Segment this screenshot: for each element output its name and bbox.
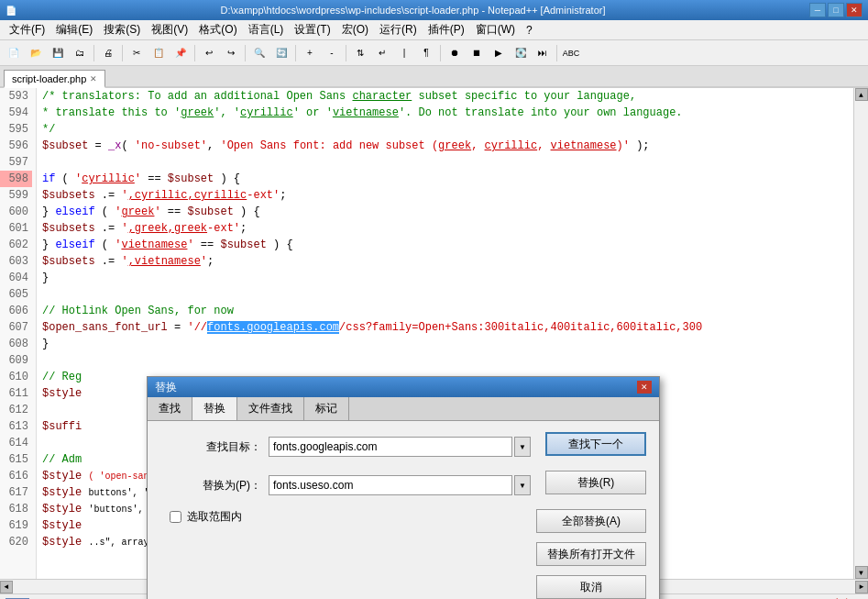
menu-view[interactable]: 视图(V) (146, 20, 193, 39)
title-bar: 📄 D:\xampp\htdocs\wordpress\wp-includes\… (0, 0, 868, 20)
menu-format[interactable]: 格式(O) (193, 20, 242, 39)
stop-macro-button[interactable]: ⏹ (467, 43, 487, 63)
line-num-619: 619 (0, 517, 32, 534)
replace-input[interactable] (269, 475, 512, 495)
zoom-in-button[interactable]: + (300, 43, 320, 63)
zoom-out-button[interactable]: - (322, 43, 342, 63)
maximize-button[interactable]: □ (828, 3, 844, 17)
scroll-down-button[interactable]: ▼ (855, 566, 868, 579)
replace-all-open-button[interactable]: 替换所有打开文件 (536, 542, 646, 566)
cancel-button[interactable]: 取消 (536, 575, 646, 599)
spellcheck-button[interactable]: ABC (561, 43, 581, 63)
save-macro-button[interactable]: 💽 (511, 43, 531, 63)
close-button[interactable]: ✕ (846, 3, 863, 17)
line-num-601: 601 (0, 220, 32, 237)
menu-run[interactable]: 运行(R) (374, 20, 423, 39)
print-button[interactable]: 🖨 (98, 43, 118, 63)
vertical-scrollbar[interactable]: ▲ ▼ (853, 88, 868, 579)
options-left: 选取范围内 (160, 509, 242, 530)
line-num-599: 599 (0, 187, 32, 204)
menu-window[interactable]: 窗口(W) (470, 20, 521, 39)
replace-buttons: 替换(R) (545, 471, 646, 500)
redo-button[interactable]: ↪ (221, 43, 241, 63)
replace-all-button[interactable]: 全部替换(A) (536, 509, 646, 533)
title-bar-title: D:\xampp\htdocs\wordpress\wp-includes\sc… (16, 5, 809, 16)
dialog-title-text: 替换 (155, 380, 177, 395)
tab-script-loader[interactable]: script-loader.php ✕ (4, 70, 105, 88)
replace-dropdown-button[interactable]: ▼ (514, 475, 531, 495)
code-line-608: } (37, 336, 853, 352)
find-next-button[interactable]: 查找下一个 (545, 432, 646, 456)
menu-plugins[interactable]: 插件(P) (423, 20, 470, 39)
code-line-606: // Hotlink Open Sans, for now (37, 303, 853, 319)
run-macro-button[interactable]: ⏭ (533, 43, 553, 63)
line-num-617: 617 (0, 484, 32, 501)
line-num-616: 616 (0, 468, 32, 484)
find-button[interactable]: 🔍 (249, 43, 269, 63)
code-line-600: } elseif ( 'greek' == $subset ) { (37, 204, 853, 220)
menu-help[interactable]: ? (521, 22, 538, 39)
scroll-left-button[interactable]: ◄ (0, 581, 13, 593)
range-label[interactable]: 选取范围内 (187, 509, 242, 525)
play-macro-button[interactable]: ▶ (489, 43, 509, 63)
all-chars-button[interactable]: ¶ (416, 43, 436, 63)
menu-macro[interactable]: 宏(O) (336, 20, 374, 39)
toolbar-sep-7 (440, 45, 441, 61)
line-num-594: 594 (0, 105, 32, 121)
code-line-599: $subsets .= ',cyrillic,cyrillic-ext'; (37, 187, 853, 204)
indent-guide-button[interactable]: | (394, 43, 414, 63)
replace-button[interactable]: 🔄 (271, 43, 291, 63)
replace-dialog: 替换 ✕ 查找 替换 文件查找 标记 查找目标： ▼ 查找下一个 (147, 376, 660, 599)
line-num-605: 605 (0, 286, 32, 303)
open-button[interactable]: 📂 (26, 43, 46, 63)
replace-label: 替换为(P)： (160, 478, 261, 494)
dialog-tab-filefind[interactable]: 文件查找 (237, 397, 304, 420)
code-line-601: $subsets .= ',greek,greek-ext'; (37, 220, 853, 237)
find-label: 查找目标： (160, 439, 261, 455)
find-buttons: 查找下一个 (545, 432, 646, 461)
paste-button[interactable]: 📌 (170, 43, 191, 63)
line-num-610: 610 (0, 369, 32, 385)
scroll-right-button[interactable]: ► (855, 581, 868, 593)
new-button[interactable]: 📄 (4, 43, 24, 63)
range-checkbox[interactable] (170, 511, 181, 523)
line-num-598: 598 (0, 171, 32, 187)
copy-button[interactable]: 📋 (148, 43, 169, 63)
dialog-tab-mark[interactable]: 标记 (304, 397, 349, 420)
tab-close-icon[interactable]: ✕ (90, 74, 97, 83)
record-macro-button[interactable]: ⏺ (445, 43, 465, 63)
line-num-608: 608 (0, 336, 32, 352)
line-num-596: 596 (0, 138, 32, 154)
menu-edit[interactable]: 编辑(E) (50, 20, 98, 39)
minimize-button[interactable]: ─ (809, 3, 826, 17)
menu-file[interactable]: 文件(F) (4, 20, 50, 39)
code-line-604: } (37, 270, 853, 286)
replace-input-container: ▼ (269, 475, 531, 495)
code-line-597 (37, 154, 853, 171)
dialog-tab-find[interactable]: 查找 (148, 397, 192, 420)
save-button[interactable]: 💾 (48, 43, 68, 63)
dialog-title: 替换 ✕ (148, 377, 659, 397)
dialog-tab-replace[interactable]: 替换 (192, 397, 237, 420)
menu-bar: 文件(F) 编辑(E) 搜索(S) 视图(V) 格式(O) 语言(L) 设置(T… (0, 20, 868, 40)
menu-language[interactable]: 语言(L) (243, 20, 290, 39)
save-all-button[interactable]: 🗂 (70, 43, 90, 63)
find-dropdown-button[interactable]: ▼ (514, 437, 531, 457)
line-num-600: 600 (0, 204, 32, 220)
toolbar: 📄 📂 💾 🗂 🖨 ✂ 📋 📌 ↩ ↪ 🔍 🔄 + - ⇅ ↵ | ¶ ⏺ ⏹ … (0, 40, 868, 66)
menu-search[interactable]: 搜索(S) (98, 20, 146, 39)
cut-button[interactable]: ✂ (126, 43, 147, 63)
code-line-593: /* translators: To add an additional Ope… (37, 88, 853, 105)
scroll-up-button[interactable]: ▲ (855, 88, 868, 101)
line-num-595: 595 (0, 121, 32, 138)
find-input[interactable] (269, 437, 512, 457)
toolbar-sep-4 (245, 45, 246, 61)
dialog-close-button[interactable]: ✕ (637, 381, 652, 394)
undo-button[interactable]: ↩ (199, 43, 219, 63)
line-num-611: 611 (0, 385, 32, 402)
word-wrap-button[interactable]: ↵ (372, 43, 392, 63)
sync-scroll-button[interactable]: ⇅ (350, 43, 370, 63)
menu-settings[interactable]: 设置(T) (289, 20, 335, 39)
replace-button[interactable]: 替换(R) (545, 471, 646, 494)
right-buttons: 全部替换(A) 替换所有打开文件 取消 (536, 509, 646, 599)
